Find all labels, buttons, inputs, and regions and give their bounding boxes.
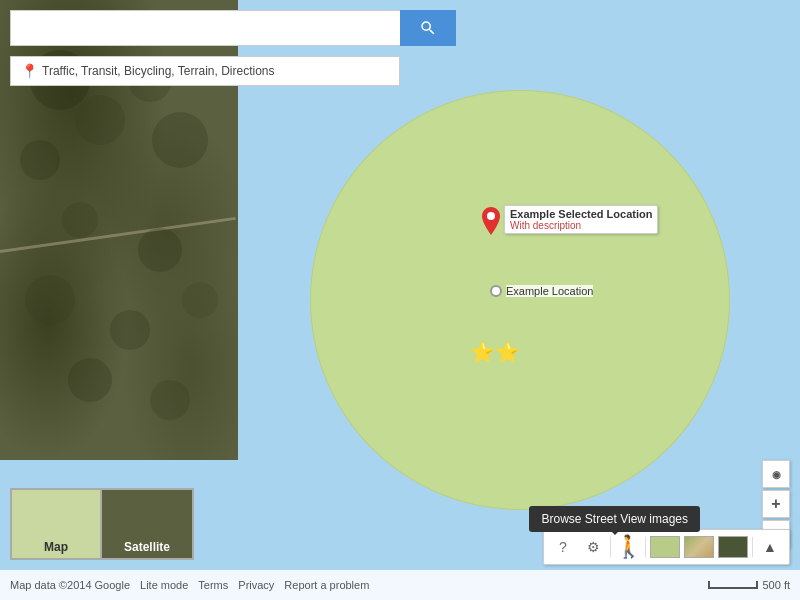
search-bar — [10, 10, 456, 46]
svg-point-8 — [110, 310, 150, 350]
map-satellite-toggle: Map Satellite — [10, 488, 194, 560]
report-problem-link[interactable]: Report a problem — [284, 579, 369, 591]
example-location-label: Example Location — [506, 285, 593, 297]
layers-bar[interactable]: 📍 Traffic, Transit, Bicycling, Terrain, … — [10, 56, 400, 86]
search-icon — [419, 19, 437, 37]
up-arrow-button[interactable]: ▲ — [757, 534, 783, 560]
search-input[interactable] — [10, 10, 400, 46]
svg-point-4 — [152, 112, 208, 168]
privacy-link[interactable]: Privacy — [238, 579, 274, 591]
map-toggle-button[interactable]: Map — [10, 488, 102, 560]
location-pin-icon — [482, 207, 500, 235]
map-type-default-thumb[interactable] — [650, 536, 680, 558]
svg-point-7 — [25, 275, 75, 325]
svg-point-11 — [150, 380, 190, 420]
selected-location-title: Example Selected Location — [510, 208, 652, 220]
svg-point-10 — [68, 358, 112, 402]
map-data-text: Map data ©2014 Google — [10, 579, 130, 591]
svg-point-5 — [62, 202, 98, 238]
small-pin-icon — [490, 285, 502, 297]
pegman-icon[interactable]: 🚶 — [615, 534, 641, 560]
selected-location-desc: With description — [510, 220, 652, 231]
help-button[interactable]: ? — [550, 534, 576, 560]
toolbar-divider — [610, 537, 611, 557]
map-radius-circle — [310, 90, 730, 510]
svg-point-6 — [138, 228, 182, 272]
example-location-marker[interactable]: Example Location — [490, 285, 593, 297]
map-type-terrain-thumb[interactable] — [684, 536, 714, 558]
compass-button[interactable]: ◉ — [762, 460, 790, 488]
bottom-toolbar: ? ⚙ 🚶 ▲ — [543, 529, 790, 565]
toolbar-divider-2 — [645, 537, 646, 557]
lite-mode-link[interactable]: Lite mode — [140, 579, 188, 591]
zoom-in-button[interactable]: + — [762, 490, 790, 518]
pin-marker: Example Selected Location With descripti… — [482, 205, 658, 239]
svg-point-1 — [75, 95, 125, 145]
scale-bar: 500 ft — [708, 579, 790, 591]
layers-text: Traffic, Transit, Bicycling, Terrain, Di… — [42, 64, 275, 78]
map-container[interactable]: 📍 Traffic, Transit, Bicycling, Terrain, … — [0, 0, 800, 600]
layers-icon: 📍 — [21, 63, 38, 79]
stars-marker[interactable]: ⭐⭐ — [470, 340, 520, 364]
toolbar-divider-3 — [752, 537, 753, 557]
search-button[interactable] — [400, 10, 456, 46]
svg-point-12 — [487, 212, 495, 220]
scale-text: 500 ft — [762, 579, 790, 591]
settings-button[interactable]: ⚙ — [580, 534, 606, 560]
terms-link[interactable]: Terms — [198, 579, 228, 591]
selected-location-marker[interactable]: Example Selected Location With descripti… — [482, 205, 658, 239]
scale-line — [708, 581, 758, 589]
bottom-bar: Map data ©2014 Google Lite mode Terms Pr… — [0, 570, 800, 600]
svg-point-9 — [182, 282, 218, 318]
satellite-toggle-button[interactable]: Satellite — [102, 488, 194, 560]
map-type-satellite-thumb[interactable] — [718, 536, 748, 558]
svg-point-2 — [20, 140, 60, 180]
